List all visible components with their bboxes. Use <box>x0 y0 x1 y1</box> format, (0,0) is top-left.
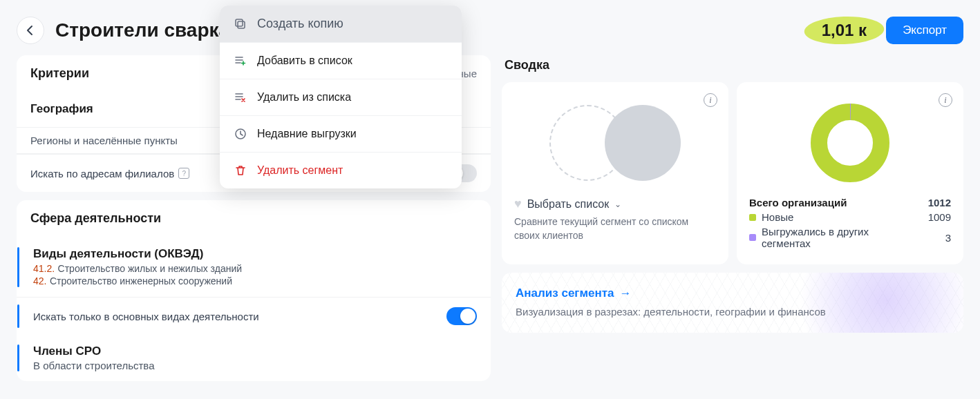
compare-card: i ♥ Выбрать список ⌄ Сравните текущий се… <box>502 82 728 264</box>
menu-copy[interactable]: Создать копию <box>220 6 462 43</box>
list-remove-icon <box>234 90 247 104</box>
context-menu: Создать копию Добавить в список Удалить … <box>220 6 462 188</box>
sro-section[interactable]: Члены СРО В области строительства <box>17 335 491 381</box>
export-button[interactable]: Экспорт <box>886 17 963 44</box>
sro-title: Члены СРО <box>33 344 477 358</box>
select-list-button[interactable]: ♥ Выбрать список ⌄ <box>514 197 716 211</box>
copy-icon <box>234 17 247 31</box>
branch-search-label: Искать по адресам филиалов ? <box>30 168 189 179</box>
menu-recent[interactable]: Недавние выгрузки <box>220 116 462 153</box>
stats-card: i Всего организаций 1012 Новые 1009 <box>737 82 963 264</box>
back-button[interactable] <box>17 17 44 44</box>
active-indicator <box>17 304 19 328</box>
okved-section[interactable]: Виды деятельности (ОКВЭД) 41.2. Строител… <box>17 237 491 297</box>
okved-item: 41.2. Строительство жилых и нежилых здан… <box>33 262 477 275</box>
list-add-icon <box>234 54 247 68</box>
analysis-subtitle: Визуализация в разрезах: деятельности, г… <box>516 304 826 319</box>
count-badge: 1,01 к <box>813 18 875 43</box>
compare-description: Сравните текущий сегмент со списком свои… <box>514 215 716 242</box>
sro-subtitle: В области строительства <box>33 360 477 371</box>
total-value: 1012 <box>928 197 951 208</box>
exported-label: Выгружались в других сегментах <box>762 226 900 249</box>
main-only-label: Искать только в основных видах деятельно… <box>33 311 259 322</box>
legend-dot-new <box>749 214 756 221</box>
sphere-title: Сфера деятельности <box>30 211 477 226</box>
svg-rect-2 <box>238 21 245 28</box>
legend-dot-exported <box>749 234 756 241</box>
sphere-card: Сфера деятельности Виды деятельности (ОК… <box>17 200 491 381</box>
menu-delete[interactable]: Удалить сегмент <box>220 153 462 188</box>
active-indicator <box>17 344 19 371</box>
arrow-right-icon: → <box>620 286 632 300</box>
total-label: Всего организаций <box>749 197 847 208</box>
heart-icon: ♥ <box>514 197 522 211</box>
venn-diagram <box>514 95 716 191</box>
new-label: Новые <box>762 211 793 223</box>
main-only-toggle[interactable] <box>446 307 477 325</box>
chevron-down-icon: ⌄ <box>614 200 621 209</box>
exported-value: 3 <box>945 232 951 244</box>
okved-title: Виды деятельности (ОКВЭД) <box>33 247 477 261</box>
menu-remove[interactable]: Удалить из списка <box>220 79 462 116</box>
summary-title: Сводка <box>505 58 549 72</box>
okved-item: 42. Строительство инженерных сооружений <box>33 275 477 287</box>
arrow-left-icon <box>23 23 37 37</box>
donut-chart <box>749 95 951 191</box>
new-value: 1009 <box>928 211 951 223</box>
analysis-card[interactable]: Анализ сегмента → Визуализация в разреза… <box>502 273 963 333</box>
info-icon[interactable]: i <box>939 93 952 107</box>
active-indicator <box>17 247 19 287</box>
venn-circle-solid <box>605 105 681 181</box>
history-icon <box>234 127 247 141</box>
help-icon[interactable]: ? <box>178 168 189 179</box>
analysis-title: Анализ сегмента → <box>516 286 826 300</box>
svg-rect-3 <box>236 19 243 26</box>
trash-icon <box>234 164 247 177</box>
svg-point-0 <box>819 112 881 174</box>
menu-add[interactable]: Добавить в список <box>220 43 462 79</box>
